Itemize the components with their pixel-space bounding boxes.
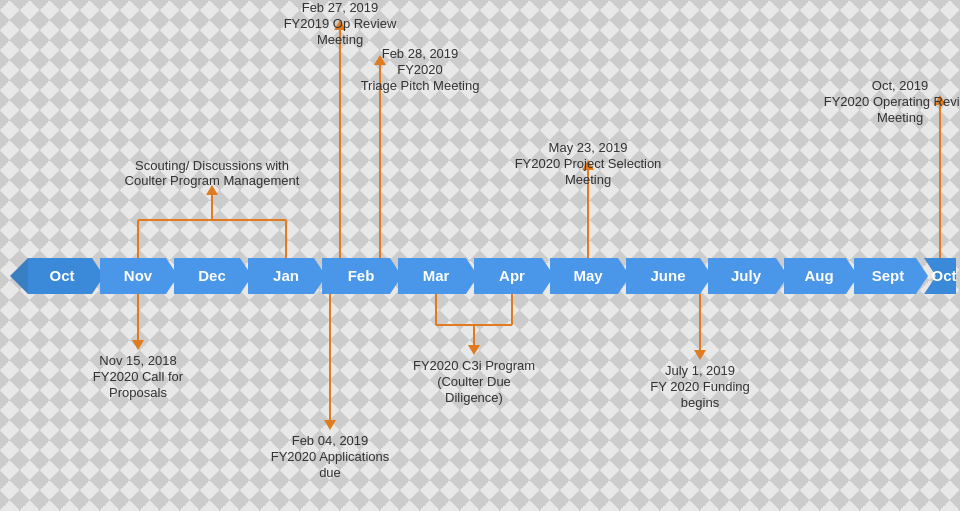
may23-line1: FY2020 Project Selection	[515, 156, 662, 171]
timeline-svg: Oct Nov Dec Jan Feb Mar Apr May June Jul…	[0, 0, 960, 511]
month-label-jan: Jan	[273, 267, 299, 284]
feb27-line1: FY2019 Op Review	[284, 16, 397, 31]
feb28-line1: FY2020	[397, 62, 443, 77]
month-label-nov: Nov	[124, 267, 153, 284]
timeline-start-arrow	[10, 258, 28, 294]
july1-date: July 1, 2019	[665, 363, 735, 378]
month-label-july: July	[731, 267, 762, 284]
feb04-line2: due	[319, 465, 341, 480]
july1-line2: begins	[681, 395, 720, 410]
oct-review-line2: Meeting	[877, 110, 923, 125]
scouting-label-line2: Coulter Program Management	[125, 173, 300, 188]
c3i-line2: (Coulter Due	[437, 374, 511, 389]
timeline-wrapper: Oct Nov Dec Jan Feb Mar Apr May June Jul…	[0, 0, 960, 511]
month-label-oct-first: Oct	[49, 267, 74, 284]
july1-arrow	[694, 350, 706, 360]
month-label-sept: Sept	[872, 267, 905, 284]
month-label-aug: Aug	[804, 267, 833, 284]
c3i-line1: FY2020 C3i Program	[413, 358, 535, 373]
feb04-date: Feb 04, 2019	[292, 433, 369, 448]
c3i-arrow-down	[468, 345, 480, 355]
oct-review-date: Oct, 2019	[872, 78, 928, 93]
month-label-dec: Dec	[198, 267, 226, 284]
may23-line2: Meeting	[565, 172, 611, 187]
month-label-feb: Feb	[348, 267, 375, 284]
feb04-line1: FY2020 Applications	[271, 449, 390, 464]
may23-date: May 23, 2019	[549, 140, 628, 155]
feb28-line2: Triage Pitch Meeting	[361, 78, 480, 93]
month-label-mar: Mar	[423, 267, 450, 284]
feb28-date: Feb 28, 2019	[382, 46, 459, 61]
nov15-date: Nov 15, 2018	[99, 353, 176, 368]
month-label-oct-last: Oct	[931, 267, 956, 284]
feb27-date: Feb 27, 2019	[302, 0, 379, 15]
month-label-may: May	[573, 267, 603, 284]
scouting-label-line1: Scouting/ Discussions with	[135, 158, 289, 173]
feb04-arrow	[324, 420, 336, 430]
nov15-line2: Proposals	[109, 385, 167, 400]
month-label-apr: Apr	[499, 267, 525, 284]
feb27-line2: Meeting	[317, 32, 363, 47]
c3i-line3: Diligence)	[445, 390, 503, 405]
nov15-line1: FY2020 Call for	[93, 369, 184, 384]
oct-review-line1: FY2020 Operating Review	[824, 94, 960, 109]
july1-line1: FY 2020 Funding	[650, 379, 750, 394]
nov15-arrow	[132, 340, 144, 350]
month-label-june: June	[650, 267, 685, 284]
